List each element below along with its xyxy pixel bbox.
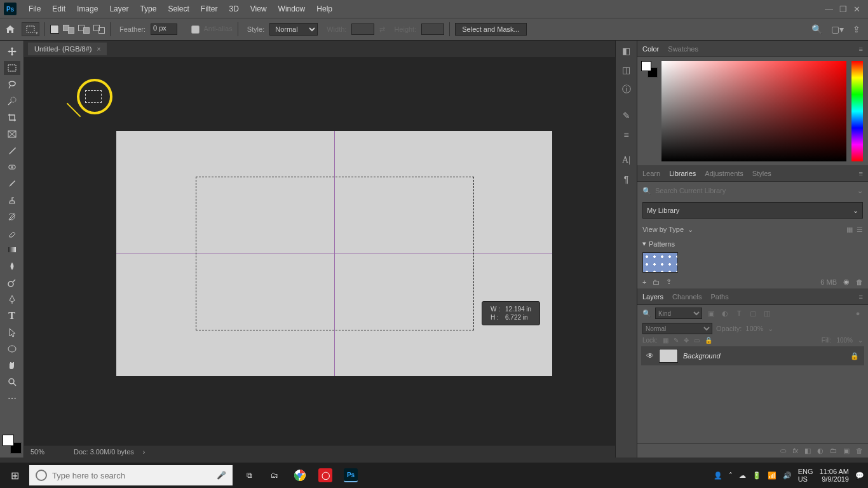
tab-channels[interactable]: Channels bbox=[672, 293, 702, 301]
battery-icon[interactable]: 🔋 bbox=[752, 471, 761, 480]
view-by-type[interactable]: View by Type bbox=[642, 226, 684, 233]
folder-icon[interactable]: 🗀 bbox=[653, 278, 660, 286]
upload-icon[interactable]: ⇪ bbox=[666, 278, 672, 286]
history-brush-tool[interactable] bbox=[4, 210, 20, 224]
group-icon[interactable]: 🗀 bbox=[830, 447, 837, 455]
menu-window[interactable]: Window bbox=[273, 4, 311, 13]
file-explorer-icon[interactable]: 🗂 bbox=[262, 463, 287, 488]
pattern-thumbnail[interactable] bbox=[642, 252, 678, 273]
lock-trans-icon[interactable]: ▦ bbox=[663, 337, 668, 344]
list-view-icon[interactable]: ☰ bbox=[857, 226, 863, 234]
tab-color[interactable]: Color bbox=[642, 45, 659, 53]
taskbar-search-input[interactable] bbox=[52, 471, 212, 480]
tray-chevron-icon[interactable]: ˄ bbox=[729, 471, 733, 480]
lock-all-icon[interactable]: 🔒 bbox=[705, 337, 712, 344]
mic-icon[interactable]: 🎤 bbox=[217, 471, 226, 480]
lock-icon[interactable]: 🔒 bbox=[850, 352, 859, 360]
menu-3d[interactable]: 3D bbox=[223, 4, 244, 13]
clone-stamp-tool[interactable] bbox=[4, 193, 20, 207]
character-icon[interactable]: A| bbox=[622, 155, 630, 165]
new-layer-icon[interactable]: ▣ bbox=[843, 447, 850, 455]
panel-menu-icon[interactable]: ≡ bbox=[859, 45, 863, 53]
cloud-icon[interactable]: ◉ bbox=[843, 278, 850, 286]
start-button[interactable]: ⊞ bbox=[0, 470, 29, 482]
grid-view-icon[interactable]: ▦ bbox=[846, 226, 853, 234]
zoom-tool[interactable] bbox=[4, 375, 20, 389]
volume-icon[interactable]: 🔊 bbox=[783, 471, 792, 480]
delete-layer-icon[interactable]: 🗑 bbox=[856, 447, 863, 455]
tab-close-icon[interactable]: × bbox=[97, 46, 100, 53]
hand-tool[interactable] bbox=[4, 358, 20, 372]
brush-tool[interactable] bbox=[4, 177, 20, 191]
filter-adjust-icon[interactable]: ◐ bbox=[720, 309, 730, 318]
panel-menu-icon[interactable]: ≡ bbox=[859, 170, 863, 177]
document-tab[interactable]: Untitled- (RGB/8#) × bbox=[28, 43, 107, 55]
tab-libraries[interactable]: Libraries bbox=[669, 170, 696, 177]
tab-learn[interactable]: Learn bbox=[642, 170, 660, 177]
healing-brush-tool[interactable] bbox=[4, 160, 20, 174]
shape-tool[interactable] bbox=[4, 342, 20, 356]
frame-tool[interactable] bbox=[4, 127, 20, 141]
gradient-tool[interactable] bbox=[4, 243, 20, 257]
intersect-selection-icon[interactable] bbox=[93, 25, 105, 34]
dodge-tool[interactable] bbox=[4, 276, 20, 290]
canvas[interactable]: W :12.194 in H :6.722 in bbox=[116, 131, 552, 376]
menu-layer[interactable]: Layer bbox=[104, 4, 134, 13]
pen-tool[interactable] bbox=[4, 292, 20, 306]
restore-icon[interactable]: ❐ bbox=[839, 4, 847, 14]
subtract-selection-icon[interactable] bbox=[78, 25, 90, 34]
filter-toggle[interactable]: ● bbox=[853, 309, 863, 317]
move-tool[interactable] bbox=[4, 44, 20, 58]
adjustment-icon[interactable]: ◐ bbox=[817, 447, 824, 455]
tab-layers[interactable]: Layers bbox=[642, 293, 663, 301]
edit-toolbar-icon[interactable]: ⋯ bbox=[4, 391, 20, 405]
select-and-mask-button[interactable]: Select and Mask... bbox=[455, 23, 527, 36]
home-icon[interactable] bbox=[4, 23, 17, 36]
zoom-level[interactable]: 50% bbox=[31, 448, 65, 456]
chevron-down-icon[interactable]: ⌄ bbox=[688, 226, 693, 234]
3d-icon[interactable]: ◫ bbox=[622, 65, 630, 75]
notifications-icon[interactable]: 💬 bbox=[855, 471, 864, 480]
link-layers-icon[interactable]: ⬭ bbox=[780, 447, 786, 455]
menu-filter[interactable]: Filter bbox=[195, 4, 224, 13]
trash-icon[interactable]: 🗑 bbox=[856, 278, 863, 286]
path-selection-tool[interactable] bbox=[4, 325, 20, 339]
share-icon[interactable]: ⇪ bbox=[853, 24, 860, 34]
feather-input[interactable]: 0 px bbox=[151, 24, 177, 35]
library-select[interactable]: My Library⌄ bbox=[642, 202, 863, 219]
task-view-icon[interactable]: ⧉ bbox=[236, 463, 262, 488]
creative-cloud-icon[interactable]: ◯ bbox=[313, 463, 338, 488]
menu-help[interactable]: Help bbox=[311, 4, 338, 13]
lock-artboard-icon[interactable]: ▭ bbox=[694, 337, 700, 344]
photoshop-taskbar-icon[interactable]: Ps bbox=[338, 463, 363, 488]
crop-tool[interactable] bbox=[4, 111, 20, 125]
wifi-icon[interactable]: 📶 bbox=[768, 471, 776, 480]
fg-bg-swatch[interactable] bbox=[641, 61, 658, 78]
menu-type[interactable]: Type bbox=[134, 4, 162, 13]
filter-pixel-icon[interactable]: ▣ bbox=[706, 309, 716, 318]
visibility-icon[interactable]: 👁 bbox=[646, 351, 654, 360]
patterns-group[interactable]: ▾ Patterns bbox=[642, 238, 863, 250]
lasso-tool[interactable] bbox=[4, 78, 20, 92]
filter-type-icon[interactable]: T bbox=[734, 309, 744, 317]
filter-shape-icon[interactable]: ▢ bbox=[748, 309, 758, 318]
history-icon[interactable]: ◧ bbox=[622, 46, 630, 56]
onedrive-icon[interactable]: ☁ bbox=[739, 471, 746, 480]
tab-swatches[interactable]: Swatches bbox=[668, 45, 698, 53]
taskbar-search[interactable]: 🎤 bbox=[29, 465, 233, 485]
library-search[interactable]: 🔍 ⌄ bbox=[637, 182, 868, 200]
chevron-down-icon[interactable]: ⌄ bbox=[857, 187, 863, 195]
mask-icon[interactable]: ◧ bbox=[804, 447, 811, 455]
add-icon[interactable]: + bbox=[642, 278, 646, 286]
document-info[interactable]: Doc: 3.00M/0 bytes bbox=[74, 448, 134, 456]
menu-file[interactable]: File bbox=[23, 4, 46, 13]
layer-thumbnail[interactable] bbox=[659, 349, 678, 363]
style-select[interactable]: Normal bbox=[269, 23, 318, 36]
tab-paths[interactable]: Paths bbox=[711, 293, 729, 301]
tab-styles[interactable]: Styles bbox=[752, 170, 771, 177]
library-search-input[interactable] bbox=[655, 187, 853, 194]
current-tool-icon[interactable]: ▾ bbox=[22, 22, 39, 36]
filter-smart-icon[interactable]: ◫ bbox=[762, 309, 772, 318]
layer-filter-kind[interactable]: Kind bbox=[655, 308, 702, 319]
paragraph-icon[interactable]: ¶ bbox=[624, 174, 629, 184]
